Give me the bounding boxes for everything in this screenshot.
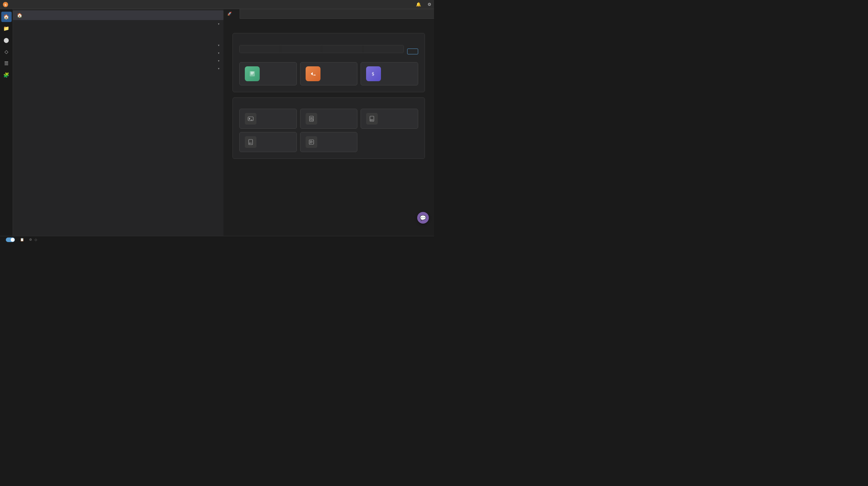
system-terminal-button[interactable] xyxy=(239,109,297,129)
change-environment-button[interactable] xyxy=(407,49,418,54)
sidebar-icon-puzzle[interactable]: 🧩 xyxy=(1,70,12,80)
sidebar-icons: 🏠 📁 ⬤ ◇ ☰ 🧩 xyxy=(0,9,13,236)
menu-tabs[interactable] xyxy=(51,4,56,5)
svg-marker-10 xyxy=(249,117,250,120)
svg-rect-21 xyxy=(310,141,312,141)
contextual-help-button[interactable] xyxy=(300,132,358,152)
chevron-down-icon-models: ▾ xyxy=(218,44,220,47)
menu-settings[interactable] xyxy=(56,4,61,5)
create-notebook-icon xyxy=(245,66,260,81)
svg-rect-5 xyxy=(251,72,254,72)
status-bar-left: 📋 ⚙ ◇ xyxy=(3,238,37,242)
svg-rect-23 xyxy=(310,143,312,143)
sidebar-item-quick-start[interactable]: ▾ xyxy=(13,57,223,65)
markdown-file-button[interactable]: MD xyxy=(361,109,418,129)
menu-help[interactable] xyxy=(62,4,67,5)
menu-kernel[interactable] xyxy=(39,4,44,5)
content-area: $ xyxy=(223,19,434,236)
open-image-terminal-icon: $ xyxy=(366,66,381,81)
svg-rect-9 xyxy=(248,117,253,121)
sidebar-icon-circle[interactable]: ⬤ xyxy=(1,35,12,45)
open-code-console-icon xyxy=(306,66,320,81)
system-terminal-icon xyxy=(245,113,256,125)
svg-rect-7 xyxy=(313,75,316,75)
svg-marker-6 xyxy=(311,72,313,75)
sidebar-item-learning[interactable]: ▾ xyxy=(13,65,223,72)
utilities-grid: TXT MD xyxy=(239,109,418,152)
sidebar-item-automl[interactable] xyxy=(13,28,223,32)
menu-bar: S 🔔 ⚙ xyxy=(0,0,434,9)
menu-bar-left: S xyxy=(3,2,67,7)
open-image-terminal-button[interactable]: $ xyxy=(361,62,418,85)
svg-text:MD: MD xyxy=(370,119,374,121)
menu-edit[interactable] xyxy=(21,4,27,5)
home-icon: 🏠 xyxy=(17,12,22,18)
chat-bubble[interactable]: 💬 xyxy=(417,212,429,223)
notification-icon[interactable]: 🔔 xyxy=(416,2,421,7)
svg-text:S: S xyxy=(4,3,6,6)
sidebar-item-pipelines[interactable] xyxy=(13,37,223,41)
mode-toggle[interactable] xyxy=(6,238,15,242)
utilities-card: TXT MD xyxy=(232,97,425,159)
toggle-thumb xyxy=(11,238,14,242)
markdown-file-icon: MD xyxy=(366,113,378,125)
svg-rect-3 xyxy=(251,73,254,73)
chevron-down-icon-quickstart: ▾ xyxy=(218,59,220,62)
sidebar-icon-home[interactable]: 🏠 xyxy=(1,12,12,22)
tab-bar: 🚀 xyxy=(223,9,434,19)
sidebar-icon-list[interactable]: ☰ xyxy=(1,58,12,69)
svg-rect-11 xyxy=(251,120,252,120)
sidebar-item-home[interactable]: 🏠 xyxy=(13,10,223,20)
tab-launcher-icon: 🚀 xyxy=(227,12,232,16)
svg-rect-4 xyxy=(251,74,253,74)
svg-text:TXT: TXT xyxy=(310,119,314,121)
env-cell-image xyxy=(240,45,280,53)
environment-row xyxy=(239,45,404,53)
text-file-icon: TXT xyxy=(306,113,317,125)
create-notebook-button[interactable] xyxy=(239,62,297,85)
open-code-console-button[interactable] xyxy=(300,62,358,85)
svg-text:$: $ xyxy=(372,71,374,77)
env-cell-instance xyxy=(322,45,363,53)
chevron-down-icon-deployments: ▾ xyxy=(218,52,220,55)
contextual-help-icon xyxy=(306,136,317,148)
svg-text:PY: PY xyxy=(249,142,252,144)
sidebar-icon-files[interactable]: 📁 xyxy=(1,23,12,34)
menu-git[interactable] xyxy=(44,4,50,5)
notebooks-card-header xyxy=(239,40,418,45)
env-cell-kernel xyxy=(281,45,321,53)
sidebar-icon-git[interactable]: ◇ xyxy=(1,47,12,57)
sidebar-item-experiments[interactable] xyxy=(13,32,223,37)
status-bar: 📋 ⚙ ◇ xyxy=(0,236,434,243)
notebooks-card: $ xyxy=(232,33,425,92)
settings-gear-icon[interactable]: ⚙ xyxy=(428,2,431,7)
menu-run[interactable] xyxy=(33,4,38,5)
sidebar-nav: 🏠 ▾ ▾ ▾ ▾ ▾ xyxy=(13,9,223,236)
python-file-icon: PY xyxy=(245,136,256,148)
status-git-icon: ◇ xyxy=(35,238,37,241)
env-cell-startup xyxy=(364,45,404,53)
tab-launcher[interactable]: 🚀 xyxy=(223,9,240,19)
menu-bar-right: 🔔 ⚙ xyxy=(416,2,431,7)
sidebar-item-data[interactable]: ▾ xyxy=(13,20,223,28)
menu-file[interactable] xyxy=(16,4,21,5)
python-file-button[interactable]: PY xyxy=(239,132,297,152)
text-file-button[interactable]: TXT xyxy=(300,109,358,129)
status-icon1: 📋 xyxy=(20,238,24,241)
svg-rect-13 xyxy=(310,117,313,118)
notebooks-action-grid: $ xyxy=(239,62,418,85)
app-icon: S xyxy=(3,2,8,7)
menu-view[interactable] xyxy=(27,4,32,5)
chevron-down-icon: ▾ xyxy=(218,22,220,26)
chevron-down-icon-learning: ▾ xyxy=(218,67,220,70)
sidebar-item-models[interactable]: ▾ xyxy=(13,41,223,49)
status-icon2: ⚙ xyxy=(29,238,32,241)
main-layout: 🏠 📁 ⬤ ◇ ☰ 🧩 🏠 ▾ ▾ xyxy=(0,9,434,236)
sidebar-item-deployments[interactable]: ▾ xyxy=(13,49,223,57)
